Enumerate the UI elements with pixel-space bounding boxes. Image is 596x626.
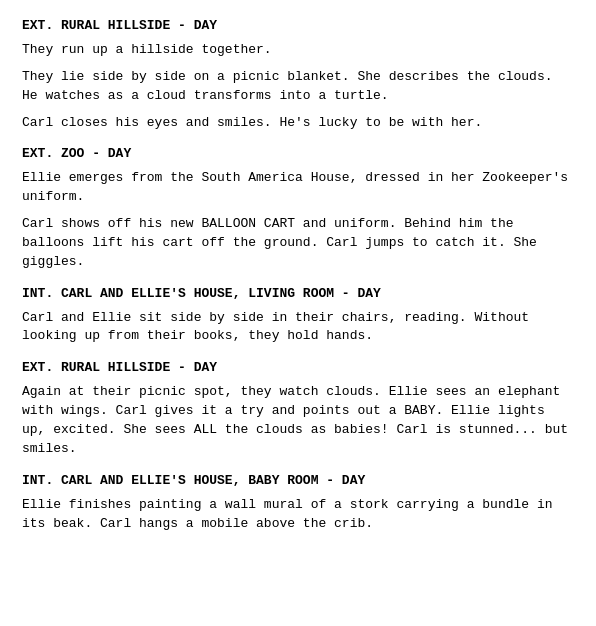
action-line-3-1: Carl and Ellie sit side by side in their… [22,309,574,347]
action-line-5-1: Ellie finishes painting a wall mural of … [22,496,574,534]
action-line-1-1: They run up a hillside together. [22,41,574,60]
scene-heading-2: EXT. ZOO - DAY [22,146,574,161]
action-line-4-1: Again at their picnic spot, they watch c… [22,383,574,458]
scene-heading-1: EXT. RURAL HILLSIDE - DAY [22,18,574,33]
scene-block-1: EXT. RURAL HILLSIDE - DAYThey run up a h… [22,18,574,132]
scene-block-4: EXT. RURAL HILLSIDE - DAYAgain at their … [22,360,574,458]
scene-heading-3: INT. CARL AND ELLIE'S HOUSE, LIVING ROOM… [22,286,574,301]
scene-heading-4: EXT. RURAL HILLSIDE - DAY [22,360,574,375]
scene-block-3: INT. CARL AND ELLIE'S HOUSE, LIVING ROOM… [22,286,574,347]
action-line-2-1: Ellie emerges from the South America Hou… [22,169,574,207]
scene-heading-5: INT. CARL AND ELLIE'S HOUSE, BABY ROOM -… [22,473,574,488]
action-line-1-2: They lie side by side on a picnic blanke… [22,68,574,106]
scene-block-2: EXT. ZOO - DAYEllie emerges from the Sou… [22,146,574,271]
screenplay-content: EXT. RURAL HILLSIDE - DAYThey run up a h… [22,18,574,533]
action-line-2-2: Carl shows off his new BALLOON CART and … [22,215,574,272]
action-line-1-3: Carl closes his eyes and smiles. He's lu… [22,114,574,133]
scene-block-5: INT. CARL AND ELLIE'S HOUSE, BABY ROOM -… [22,473,574,534]
